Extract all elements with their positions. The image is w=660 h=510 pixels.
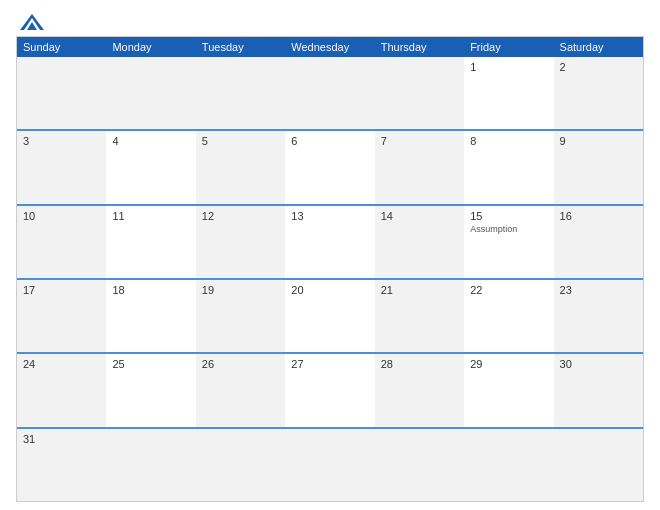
day-cell: 20 xyxy=(285,280,374,352)
day-cell: 19 xyxy=(196,280,285,352)
day-cell xyxy=(464,429,553,501)
day-cell: 25 xyxy=(106,354,195,426)
day-number: 11 xyxy=(112,210,189,222)
day-cell: 29 xyxy=(464,354,553,426)
day-cell xyxy=(196,429,285,501)
day-number: 31 xyxy=(23,433,100,445)
day-cell: 6 xyxy=(285,131,374,203)
day-cell: 24 xyxy=(17,354,106,426)
logo xyxy=(16,12,46,28)
day-cell: 9 xyxy=(554,131,643,203)
day-header: Wednesday xyxy=(285,37,374,57)
day-number: 21 xyxy=(381,284,458,296)
day-number: 30 xyxy=(560,358,637,370)
day-cell xyxy=(106,57,195,129)
day-number: 19 xyxy=(202,284,279,296)
day-cell: 5 xyxy=(196,131,285,203)
day-number: 6 xyxy=(291,135,368,147)
day-number: 23 xyxy=(560,284,637,296)
day-cell: 22 xyxy=(464,280,553,352)
day-cell: 2 xyxy=(554,57,643,129)
day-number: 9 xyxy=(560,135,637,147)
day-number: 22 xyxy=(470,284,547,296)
day-number: 26 xyxy=(202,358,279,370)
logo-icon xyxy=(18,12,46,32)
day-number: 29 xyxy=(470,358,547,370)
day-number: 3 xyxy=(23,135,100,147)
calendar: SundayMondayTuesdayWednesdayThursdayFrid… xyxy=(16,36,644,502)
week-row: 17181920212223 xyxy=(17,278,643,352)
day-cell: 17 xyxy=(17,280,106,352)
week-row: 101112131415Assumption16 xyxy=(17,204,643,278)
day-cell: 21 xyxy=(375,280,464,352)
day-cell: 8 xyxy=(464,131,553,203)
day-number: 18 xyxy=(112,284,189,296)
day-cell xyxy=(375,57,464,129)
week-row: 3456789 xyxy=(17,129,643,203)
day-number: 16 xyxy=(560,210,637,222)
day-number: 4 xyxy=(112,135,189,147)
day-cell: 10 xyxy=(17,206,106,278)
day-number: 14 xyxy=(381,210,458,222)
day-header: Saturday xyxy=(554,37,643,57)
event-label: Assumption xyxy=(470,224,547,235)
day-cell: 31 xyxy=(17,429,106,501)
day-cell: 23 xyxy=(554,280,643,352)
day-cell: 12 xyxy=(196,206,285,278)
day-cell: 13 xyxy=(285,206,374,278)
day-cell xyxy=(196,57,285,129)
day-number: 8 xyxy=(470,135,547,147)
day-cell: 14 xyxy=(375,206,464,278)
day-cell: 28 xyxy=(375,354,464,426)
day-cell: 7 xyxy=(375,131,464,203)
day-headers: SundayMondayTuesdayWednesdayThursdayFrid… xyxy=(17,37,643,57)
day-cell: 4 xyxy=(106,131,195,203)
day-header: Friday xyxy=(464,37,553,57)
day-header: Tuesday xyxy=(196,37,285,57)
day-cell xyxy=(285,429,374,501)
day-number: 7 xyxy=(381,135,458,147)
day-cell: 1 xyxy=(464,57,553,129)
day-number: 15 xyxy=(470,210,547,222)
day-number: 25 xyxy=(112,358,189,370)
day-number: 24 xyxy=(23,358,100,370)
day-number: 17 xyxy=(23,284,100,296)
day-number: 13 xyxy=(291,210,368,222)
day-number: 5 xyxy=(202,135,279,147)
day-number: 28 xyxy=(381,358,458,370)
header xyxy=(16,12,644,28)
week-row: 31 xyxy=(17,427,643,501)
day-number: 1 xyxy=(470,61,547,73)
week-row: 24252627282930 xyxy=(17,352,643,426)
day-cell: 18 xyxy=(106,280,195,352)
day-cell xyxy=(285,57,374,129)
day-number: 12 xyxy=(202,210,279,222)
day-cell: 11 xyxy=(106,206,195,278)
day-cell: 3 xyxy=(17,131,106,203)
day-number: 27 xyxy=(291,358,368,370)
page: SundayMondayTuesdayWednesdayThursdayFrid… xyxy=(0,0,660,510)
day-cell: 27 xyxy=(285,354,374,426)
weeks: 123456789101112131415Assumption161718192… xyxy=(17,57,643,501)
day-number: 10 xyxy=(23,210,100,222)
day-cell: 30 xyxy=(554,354,643,426)
day-cell: 15Assumption xyxy=(464,206,553,278)
day-number: 20 xyxy=(291,284,368,296)
day-number: 2 xyxy=(560,61,637,73)
day-cell xyxy=(17,57,106,129)
day-header: Thursday xyxy=(375,37,464,57)
day-header: Sunday xyxy=(17,37,106,57)
day-cell: 26 xyxy=(196,354,285,426)
day-header: Monday xyxy=(106,37,195,57)
week-row: 12 xyxy=(17,57,643,129)
day-cell: 16 xyxy=(554,206,643,278)
day-cell xyxy=(106,429,195,501)
day-cell xyxy=(554,429,643,501)
day-cell xyxy=(375,429,464,501)
